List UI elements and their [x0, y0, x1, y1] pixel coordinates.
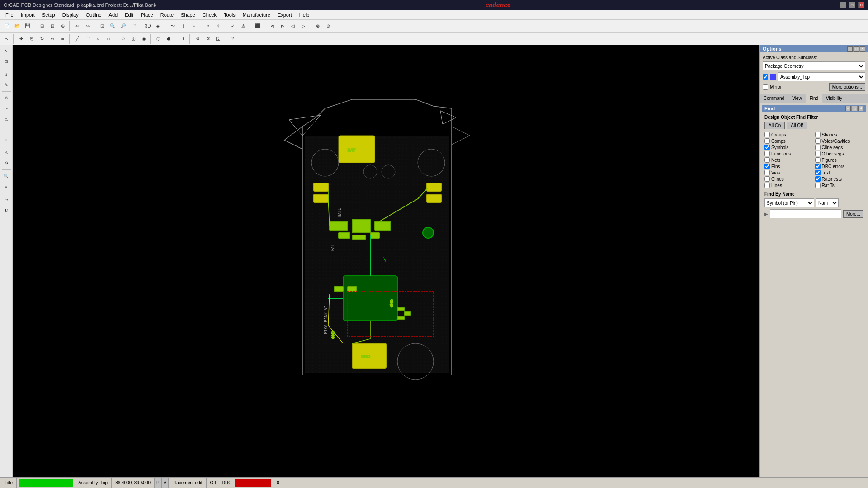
mirror-button[interactable]: ⇔ — [47, 34, 57, 44]
dehighlight-button[interactable]: ✧ — [213, 21, 223, 31]
lt-zoom[interactable]: ⊡ — [1, 56, 11, 66]
grid2-button[interactable]: ⊟ — [47, 21, 57, 31]
drc-errors-checkbox[interactable] — [815, 164, 821, 169]
ungroup-button[interactable]: ⬢ — [164, 34, 174, 44]
other-segs-checkbox[interactable] — [815, 151, 821, 156]
route-button[interactable]: 〜 — [168, 21, 178, 31]
menu-add[interactable]: Add — [105, 11, 122, 19]
mirror-checkbox[interactable] — [763, 84, 768, 90]
menu-display[interactable]: Display — [59, 11, 82, 19]
clines-checkbox[interactable] — [764, 176, 770, 182]
find-name-input[interactable] — [770, 209, 841, 218]
lt-move[interactable]: ✥ — [1, 93, 11, 103]
tb-btn-misc1[interactable]: ⊗ — [313, 21, 323, 31]
check-button[interactable]: ✓ — [228, 21, 238, 31]
figures-checkbox[interactable] — [815, 157, 821, 163]
mfg3-button[interactable]: ⚿ — [213, 34, 223, 44]
mfg1-button[interactable]: ⚙ — [193, 34, 203, 44]
menu-shape[interactable]: Shape — [177, 11, 199, 19]
add-line-button[interactable]: ╱ — [72, 34, 82, 44]
lt-drc[interactable]: ⚠ — [1, 148, 11, 158]
tb-btn-extra2[interactable]: ⊳ — [278, 21, 288, 31]
zoom-fit-button[interactable]: ⊡ — [97, 21, 107, 31]
move-button[interactable]: ✥ — [16, 34, 26, 44]
lt-iprops[interactable]: ℹ — [1, 70, 11, 80]
select-button[interactable]: ↖ — [2, 34, 12, 44]
lt-color[interactable]: ◐ — [1, 205, 11, 215]
lt-measure[interactable]: ⊸ — [1, 195, 11, 205]
render-button[interactable]: ◈ — [153, 21, 163, 31]
question-button[interactable]: ? — [228, 34, 238, 44]
zoom-in-button[interactable]: 🔍 — [108, 21, 118, 31]
menu-manufacture[interactable]: Manufacture — [239, 11, 274, 19]
maximize-button[interactable]: □ — [849, 2, 855, 8]
text-checkbox[interactable] — [815, 170, 821, 175]
subclass-select[interactable]: Assembly_Top Assembly_Bottom Silkscreen_… — [778, 72, 865, 81]
find-name-select[interactable]: Nam Value — [816, 198, 839, 207]
menu-check[interactable]: Check — [199, 11, 220, 19]
tb-btn-extra3[interactable]: ◁ — [288, 21, 298, 31]
comps-checkbox[interactable] — [764, 138, 770, 144]
find-minimize-btn[interactable]: ─ — [845, 106, 851, 111]
lt-dim[interactable]: ↔ — [1, 135, 11, 145]
snap-button[interactable]: ⊕ — [58, 21, 68, 31]
all-on-button[interactable]: All On — [764, 122, 785, 129]
find-more-button[interactable]: More... — [843, 210, 863, 218]
menu-outline[interactable]: Outline — [82, 11, 105, 19]
find-type-select[interactable]: Symbol (or Pin) Net Component — [764, 198, 814, 207]
add-via-button[interactable]: ◎ — [128, 34, 138, 44]
group-button[interactable]: ⬡ — [153, 34, 163, 44]
menu-setup[interactable]: Setup — [38, 11, 59, 19]
nets-checkbox[interactable] — [764, 157, 770, 163]
groups-checkbox[interactable] — [764, 132, 770, 137]
options-close-btn[interactable]: ✕ — [860, 46, 865, 52]
menu-help[interactable]: Help — [296, 11, 313, 19]
canvas-area[interactable]: BAT BAT — [13, 45, 760, 477]
copy-button[interactable]: ⎘ — [27, 34, 37, 44]
mfg2-button[interactable]: ⚒ — [203, 34, 213, 44]
menu-edit[interactable]: Edit — [121, 11, 137, 19]
route2-button[interactable]: ⌇ — [178, 21, 188, 31]
view3d-button[interactable]: 3D — [143, 21, 153, 31]
tb-btn-misc2[interactable]: ⊘ — [323, 21, 333, 31]
ratsnests-checkbox[interactable] — [815, 176, 821, 182]
lt-shape[interactable]: △ — [1, 114, 11, 124]
menu-import[interactable]: Import — [17, 11, 38, 19]
class-select[interactable]: Package Geometry Etch Board Geometry — [763, 61, 865, 70]
add-circle-button[interactable]: ○ — [93, 34, 103, 44]
grid-button[interactable]: ⊞ — [37, 21, 47, 31]
subclass-checkbox[interactable] — [763, 74, 768, 80]
lt-mfg[interactable]: ⚙ — [1, 158, 11, 168]
cline-segs-checkbox[interactable] — [815, 145, 821, 150]
tab-find[interactable]: Find — [806, 94, 822, 103]
lt-route[interactable]: 〜 — [1, 103, 11, 113]
menu-place[interactable]: Place — [137, 11, 157, 19]
save-button[interactable]: 💾 — [23, 21, 33, 31]
tab-visibility[interactable]: Visibility — [822, 94, 846, 103]
menu-file[interactable]: File — [2, 11, 17, 19]
close-button[interactable]: ✕ — [858, 2, 864, 8]
open-button[interactable]: 📂 — [12, 21, 22, 31]
add-pin-button[interactable]: ⊙ — [118, 34, 128, 44]
lt-find[interactable]: 🔍 — [1, 171, 11, 181]
pins-checkbox[interactable] — [764, 164, 770, 169]
voids-checkbox[interactable] — [815, 138, 821, 144]
vias-checkbox[interactable] — [764, 170, 770, 175]
functions-checkbox[interactable] — [764, 151, 770, 156]
menu-tools[interactable]: Tools — [220, 11, 239, 19]
tab-view[interactable]: View — [788, 94, 806, 103]
tb-btn-extra4[interactable]: ▷ — [298, 21, 308, 31]
undo-button[interactable]: ↩ — [72, 21, 82, 31]
find-close-btn[interactable]: ✕ — [858, 106, 863, 111]
find-restore-btn[interactable]: □ — [852, 106, 857, 111]
stop-button[interactable]: ⬛ — [253, 21, 263, 31]
align-button[interactable]: ≡ — [58, 34, 68, 44]
property-button[interactable]: ℹ — [178, 34, 188, 44]
new-button[interactable]: 📄 — [2, 21, 12, 31]
lt-text[interactable]: T — [1, 124, 11, 134]
redo-button[interactable]: ↪ — [83, 21, 93, 31]
more-options-button[interactable]: More options... — [829, 83, 865, 91]
options-minimize-btn[interactable]: ─ — [847, 46, 853, 52]
zoom-out-button[interactable]: 🔎 — [118, 21, 128, 31]
lt-select[interactable]: ↖ — [1, 46, 11, 56]
